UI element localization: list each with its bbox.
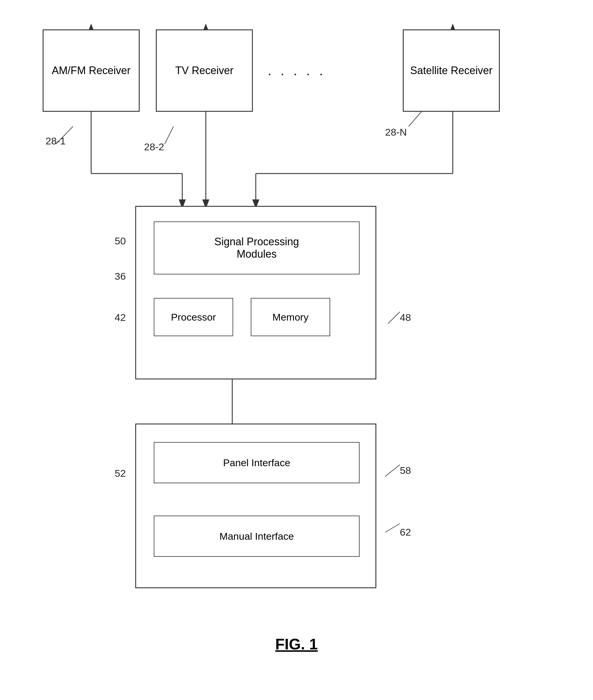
satellite-label: Satellite Receiver xyxy=(410,64,492,78)
satellite-receiver-box: Satellite Receiver xyxy=(403,29,500,112)
svg-line-27 xyxy=(385,523,400,532)
svg-line-19 xyxy=(165,126,173,144)
interface-unit-box: Panel Interface Manual Interface xyxy=(135,424,376,588)
processor-box: Processor xyxy=(154,298,233,336)
ref-62: 62 xyxy=(400,527,411,538)
signal-processing-label: Signal ProcessingModules xyxy=(214,236,299,260)
svg-line-26 xyxy=(385,465,400,476)
diagram: AM/FM Receiver TV Receiver . . . . . Sat… xyxy=(0,0,593,700)
signal-processing-box: Signal ProcessingModules xyxy=(154,222,360,274)
tv-label: TV Receiver xyxy=(175,64,233,78)
memory-box: Memory xyxy=(251,298,330,336)
panel-interface-box: Panel Interface xyxy=(154,442,360,483)
manual-interface-label: Manual Interface xyxy=(219,531,294,542)
ref-50: 50 xyxy=(115,235,126,247)
ref-36: 36 xyxy=(115,271,126,282)
am-fm-receiver-box: AM/FM Receiver xyxy=(43,29,140,112)
ref-28-1: 28-1 xyxy=(46,135,66,147)
processing-unit-box: Signal ProcessingModules Processor Memor… xyxy=(135,206,376,379)
dots-separator: . . . . . xyxy=(268,62,325,79)
memory-label: Memory xyxy=(273,311,309,323)
processor-label: Processor xyxy=(171,311,216,323)
manual-interface-box: Manual Interface xyxy=(154,516,360,557)
ref-28-2: 28-2 xyxy=(144,141,164,153)
svg-line-24 xyxy=(388,312,400,323)
ref-48: 48 xyxy=(400,312,411,323)
am-fm-label: AM/FM Receiver xyxy=(52,64,130,78)
ref-52: 52 xyxy=(115,468,126,479)
ref-58: 58 xyxy=(400,465,411,476)
ref-42: 42 xyxy=(115,312,126,323)
tv-receiver-box: TV Receiver xyxy=(156,29,253,112)
panel-interface-label: Panel Interface xyxy=(223,457,290,469)
ref-28-n: 28-N xyxy=(385,126,407,138)
figure-label: FIG. 1 xyxy=(0,635,593,653)
